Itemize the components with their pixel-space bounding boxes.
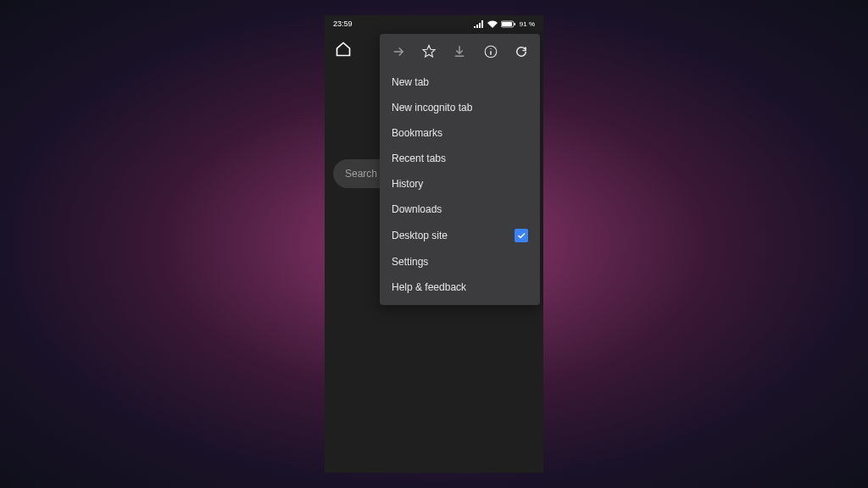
status-time: 23:59 bbox=[333, 19, 353, 28]
menu-item-label: Recent tabs bbox=[392, 152, 446, 164]
menu-item-desktop-site[interactable]: Desktop site bbox=[380, 222, 540, 249]
menu-item-bookmarks[interactable]: Bookmarks bbox=[380, 120, 540, 146]
menu-item-label: Help & feedback bbox=[392, 281, 466, 293]
bookmark-button[interactable] bbox=[416, 39, 442, 64]
reload-icon bbox=[514, 44, 529, 59]
home-button[interactable] bbox=[333, 39, 353, 59]
star-icon bbox=[421, 44, 437, 59]
reload-button[interactable] bbox=[509, 39, 534, 64]
svg-rect-2 bbox=[514, 23, 515, 25]
signal-icon bbox=[474, 20, 484, 28]
download-button[interactable] bbox=[447, 39, 472, 64]
menu-item-new-tab[interactable]: New tab bbox=[380, 69, 540, 95]
menu-item-label: New incognito tab bbox=[392, 102, 472, 114]
menu-item-label: History bbox=[392, 178, 423, 190]
overflow-menu: New tab New incognito tab Bookmarks Rece… bbox=[380, 34, 540, 305]
status-bar: 23:59 91 % bbox=[325, 15, 543, 32]
menu-item-label: New tab bbox=[392, 76, 429, 88]
menu-item-history[interactable]: History bbox=[380, 171, 540, 197]
menu-item-label: Settings bbox=[392, 256, 428, 268]
menu-item-help-feedback[interactable]: Help & feedback bbox=[380, 274, 540, 300]
battery-icon bbox=[501, 20, 516, 28]
menu-item-label: Desktop site bbox=[392, 230, 448, 241]
menu-item-new-incognito-tab[interactable]: New incognito tab bbox=[380, 95, 540, 120]
menu-item-downloads[interactable]: Downloads bbox=[380, 197, 540, 222]
battery-label: 91 % bbox=[520, 20, 535, 28]
svg-rect-1 bbox=[502, 22, 512, 26]
menu-item-settings[interactable]: Settings bbox=[380, 249, 540, 274]
menu-item-recent-tabs[interactable]: Recent tabs bbox=[380, 146, 540, 171]
forward-button[interactable] bbox=[386, 39, 411, 64]
wifi-icon bbox=[487, 20, 498, 28]
menu-icon-row bbox=[380, 34, 540, 69]
menu-item-label: Bookmarks bbox=[392, 127, 442, 139]
arrow-right-icon bbox=[391, 44, 406, 59]
info-button[interactable] bbox=[478, 39, 504, 64]
desktop-site-checkbox[interactable] bbox=[515, 229, 528, 242]
download-icon bbox=[452, 44, 467, 59]
home-icon bbox=[335, 41, 352, 58]
info-icon bbox=[483, 44, 498, 59]
check-icon bbox=[516, 230, 526, 241]
status-icons: 91 % bbox=[474, 20, 535, 28]
phone-frame: 23:59 91 % Search or bbox=[325, 15, 543, 473]
menu-item-label: Downloads bbox=[392, 203, 442, 215]
